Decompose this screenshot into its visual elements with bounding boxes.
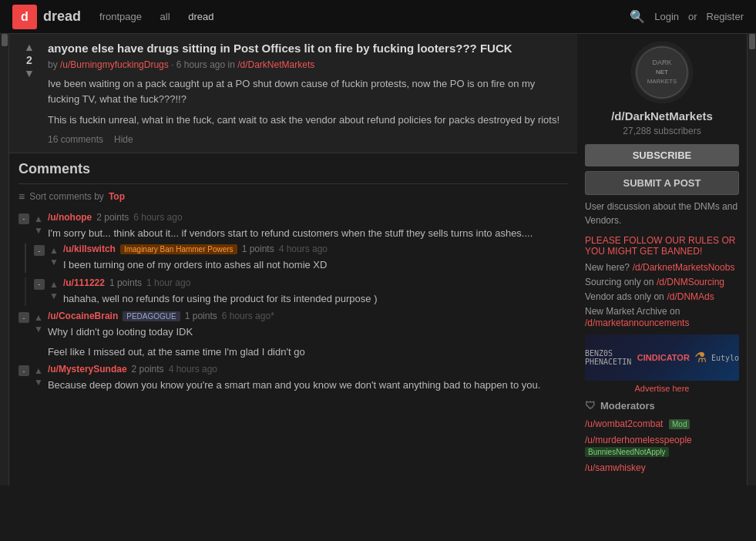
comment-user[interactable]: /u/nohope <box>48 212 92 223</box>
comment-upvote[interactable]: ▲ <box>34 312 43 323</box>
post-body: anyone else have drugs sitting in Post O… <box>48 42 568 145</box>
comment-text: I'm sorry but... think about it... if ve… <box>48 226 568 241</box>
comment-downvote[interactable]: ▼ <box>49 291 59 301</box>
sourcing-text: Sourcing only on <box>585 277 654 287</box>
mod-user-murder[interactable]: /u/murderhomelesspeople <box>585 435 692 445</box>
comment-header: /u/MysterySundae 2 points 4 hours ago <box>48 364 568 375</box>
nav-frontpage[interactable]: frontpage <box>99 11 142 22</box>
new-here-link[interactable]: /d/DarknetMarketsNoobs <box>633 262 735 273</box>
comment-main: /u/MysterySundae 2 points 4 hours ago Be… <box>48 364 568 393</box>
collapse-button[interactable]: - <box>18 213 29 224</box>
ad-content: BENZ0S PHENACETIN CINDICATOR ⚗ Eutylo <box>585 349 739 366</box>
header-right: 🔍 Login or Register <box>630 9 744 24</box>
in-label: in <box>228 59 238 70</box>
right-scroll-thumb <box>749 34 755 49</box>
post-title[interactable]: anyone else have drugs sitting in Post O… <box>48 42 568 55</box>
mod-item: /u/samwhiskey <box>585 462 739 473</box>
ad-brand: CINDICATOR <box>637 353 690 362</box>
comment-upvote[interactable]: ▲ <box>34 365 43 376</box>
sub-name: /d/DarkNetMarkets <box>585 109 739 123</box>
comment-item: - ▲ ▼ /u/nohope 2 points 6 hours ago I'm… <box>18 212 568 241</box>
comment-user[interactable]: /u/111222 <box>63 277 105 288</box>
comment-item: - ▲ ▼ /u/CocaineBrain PEDAGOGUE 1 points… <box>18 311 568 359</box>
comment-upvote[interactable]: ▲ <box>34 213 43 224</box>
comment-user[interactable]: /u/MysterySundae <box>48 364 127 375</box>
sidebar: DARK NET MARKETS /d/DarkNetMarkets 27,28… <box>577 34 747 486</box>
comment-downvote[interactable]: ▼ <box>34 377 43 388</box>
downvote-button[interactable]: ▼ <box>24 68 35 79</box>
post-meta: by /u/BurningmyfuckingDrugs · 6 hours ag… <box>48 59 568 70</box>
comment-downvote[interactable]: ▼ <box>49 257 59 267</box>
subscribe-button[interactable]: SUBSCRIBE <box>585 144 739 166</box>
site-logo[interactable]: d <box>12 5 37 29</box>
comments-heading: Comments <box>18 161 568 184</box>
sub-avatar-image: DARK NET MARKETS <box>631 42 693 103</box>
comment-time: 6 hours ago <box>133 212 182 223</box>
sourcing-link[interactable]: /d/DNMSourcing <box>657 277 724 287</box>
comment-upvote[interactable]: ▲ <box>49 245 59 256</box>
ad-label[interactable]: Advertise here <box>585 384 739 393</box>
comment-time: 4 hours ago <box>169 364 217 375</box>
comment-downvote[interactable]: ▼ <box>34 324 43 334</box>
upvote-button[interactable]: ▲ <box>24 42 35 52</box>
header: d dread frontpage all dread 🔍 Login or R… <box>0 0 756 34</box>
moderators-heading: 🛡 Moderators <box>585 399 739 412</box>
sub-avatar: DARK NET MARKETS <box>631 42 693 103</box>
right-scrollbar[interactable] <box>747 34 756 486</box>
comment-text: hahaha, well no refunds for using the pr… <box>63 291 568 307</box>
vote-box: ▲ 2 ▼ <box>18 42 40 145</box>
pedagogue-badge: PEDAGOGUE <box>123 311 180 321</box>
post-time: 6 hours ago <box>176 59 225 70</box>
vote-count: 2 <box>26 54 32 66</box>
mod-user-wombat[interactable]: /u/wombat2combat <box>585 418 663 429</box>
comment-block: - ▲ ▼ /u/CocaineBrain PEDAGOGUE 1 points… <box>18 311 568 359</box>
hide-link[interactable]: Hide <box>114 134 133 145</box>
comment-main: /u/killswitch Imaginary Ban Hammer Power… <box>63 244 568 273</box>
login-link[interactable]: Login <box>654 11 679 22</box>
comment-user[interactable]: /u/killswitch <box>63 244 116 254</box>
comments-link[interactable]: 16 comments <box>48 134 103 145</box>
vendor-link[interactable]: /d/DNMAds <box>667 291 714 302</box>
comment-text: Because deep down you know you're a smar… <box>48 378 568 393</box>
archive-link[interactable]: /d/marketannouncements <box>585 318 689 328</box>
comment-user[interactable]: /u/CocaineBrain <box>48 311 118 321</box>
search-icon[interactable]: 🔍 <box>630 9 645 24</box>
comment-downvote[interactable]: ▼ <box>34 225 43 236</box>
site-name[interactable]: dread <box>43 8 81 25</box>
moderators-label: Moderators <box>600 400 655 412</box>
post-author[interactable]: /u/BurningmyfuckingDrugs <box>60 59 169 70</box>
comment-points: 2 points <box>96 212 129 223</box>
post-actions: 16 comments Hide <box>48 134 568 145</box>
comment-time: 4 hours ago <box>279 244 328 254</box>
mod-user-sam[interactable]: /u/samwhiskey <box>585 462 646 473</box>
rules-link[interactable]: PLEASE FOLLOW OUR RULES OR YOU MIGHT GET… <box>585 235 739 257</box>
post-subreddit[interactable]: /d/DarkNetMarkets <box>237 59 314 70</box>
comment-header: /u/nohope 2 points 6 hours ago <box>48 212 568 223</box>
collapse-button[interactable]: - <box>18 312 29 323</box>
sort-bar: ≡ Sort comments by Top <box>18 190 568 203</box>
comment-votes: ▲ ▼ <box>34 212 43 241</box>
register-link[interactable]: Register <box>707 11 744 22</box>
comment-points: 2 points <box>132 364 164 375</box>
sort-top[interactable]: Top <box>109 191 125 202</box>
sort-icon: ≡ <box>18 190 25 203</box>
scroll-thumb <box>2 34 8 46</box>
collapse-button[interactable]: - <box>34 279 45 290</box>
ad-inner: BENZ0S PHENACETIN CINDICATOR ⚗ Eutylo <box>585 334 739 381</box>
nav-dread[interactable]: dread <box>188 11 213 22</box>
nav-all[interactable]: all <box>160 11 170 22</box>
left-scrollbar[interactable] <box>0 34 9 486</box>
advertise-link[interactable]: Advertise here <box>635 384 690 393</box>
by-label: by <box>48 59 60 70</box>
comment-header: /u/111222 1 points 1 hour ago <box>63 277 568 288</box>
ad-flask-icon: ⚗ <box>694 349 707 366</box>
collapse-button[interactable]: - <box>34 245 45 256</box>
comment-time: 6 hours ago* <box>222 311 274 321</box>
submit-post-button[interactable]: SUBMIT A POST <box>585 171 739 195</box>
ad-box[interactable]: BENZ0S PHENACETIN CINDICATOR ⚗ Eutylo <box>585 334 739 381</box>
comment-block: - ▲ ▼ /u/MysterySundae 2 points 4 hours … <box>18 364 568 393</box>
sort-label: Sort comments by <box>29 191 104 202</box>
comment-upvote[interactable]: ▲ <box>49 279 59 290</box>
svg-text:MARKETS: MARKETS <box>647 78 677 85</box>
collapse-button[interactable]: - <box>18 365 29 376</box>
